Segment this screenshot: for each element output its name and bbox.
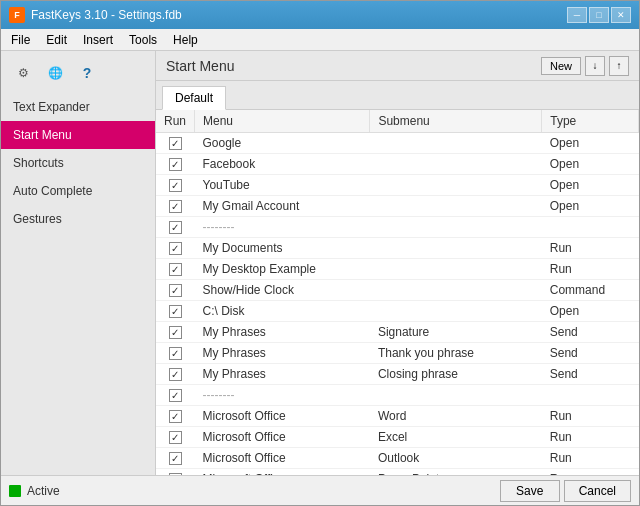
menu-bar: File Edit Insert Tools Help [1,29,639,51]
row-type: Open [542,196,639,217]
table-row: YouTube Open [156,175,639,196]
row-checkbox-cell[interactable] [156,259,195,280]
active-indicator [9,485,21,497]
cancel-button[interactable]: Cancel [564,480,631,502]
row-checkbox[interactable] [169,242,182,255]
row-menu: My Documents [195,238,370,259]
row-menu: -------- [195,385,370,406]
row-checkbox[interactable] [169,137,182,150]
row-submenu: Word [370,406,542,427]
content-title: Start Menu [166,58,234,74]
close-button[interactable]: ✕ [611,7,631,23]
row-checkbox-cell[interactable] [156,175,195,196]
row-submenu [370,217,542,238]
row-menu: -------- [195,217,370,238]
tab-default[interactable]: Default [162,86,226,110]
menu-edit[interactable]: Edit [40,31,73,49]
row-checkbox-cell[interactable] [156,385,195,406]
minimize-button[interactable]: ─ [567,7,587,23]
row-submenu [370,238,542,259]
row-checkbox[interactable] [169,158,182,171]
table-row: C:\ Disk Open [156,301,639,322]
row-checkbox[interactable] [169,389,182,402]
row-checkbox-cell[interactable] [156,427,195,448]
move-up-button[interactable]: ↑ [609,56,629,76]
row-type: Open [542,175,639,196]
row-checkbox[interactable] [169,452,182,465]
row-checkbox-cell[interactable] [156,238,195,259]
table-row: My Gmail Account Open [156,196,639,217]
row-checkbox[interactable] [169,221,182,234]
row-checkbox-cell[interactable] [156,406,195,427]
title-bar: F FastKeys 3.10 - Settings.fdb ─ □ ✕ [1,1,639,29]
row-checkbox-cell[interactable] [156,196,195,217]
sidebar-item-text-expander[interactable]: Text Expander [1,93,155,121]
table-row: My Phrases Signature Send [156,322,639,343]
row-checkbox-cell[interactable] [156,280,195,301]
window-title: FastKeys 3.10 - Settings.fdb [31,8,182,22]
row-type: Open [542,301,639,322]
row-checkbox[interactable] [169,179,182,192]
new-button[interactable]: New [541,57,581,75]
sidebar-item-auto-complete[interactable]: Auto Complete [1,177,155,205]
table-row: -------- [156,385,639,406]
row-menu: Microsoft Office [195,427,370,448]
main-window: F FastKeys 3.10 - Settings.fdb ─ □ ✕ Fil… [0,0,640,506]
table-row: Google Open [156,133,639,154]
row-type: Send [542,364,639,385]
menu-file[interactable]: File [5,31,36,49]
row-submenu [370,196,542,217]
tab-bar: Default [156,81,639,110]
gear-icon[interactable]: ⚙ [11,61,35,85]
table-row: Microsoft Office Excel Run [156,427,639,448]
content-header: Start Menu New ↓ ↑ [156,51,639,81]
row-checkbox[interactable] [169,431,182,444]
row-submenu [370,133,542,154]
sidebar-item-shortcuts[interactable]: Shortcuts [1,149,155,177]
content-panel: Start Menu New ↓ ↑ Default Run Menu [156,51,639,475]
table-row: Show/Hide Clock Command [156,280,639,301]
row-menu: Google [195,133,370,154]
row-type: Open [542,133,639,154]
row-checkbox[interactable] [169,326,182,339]
row-checkbox-cell[interactable] [156,133,195,154]
row-checkbox[interactable] [169,347,182,360]
table-container[interactable]: Run Menu Submenu Type Google Open [156,110,639,475]
row-type: Command [542,280,639,301]
row-checkbox-cell[interactable] [156,322,195,343]
sidebar-item-start-menu[interactable]: Start Menu [1,121,155,149]
row-checkbox-cell[interactable] [156,448,195,469]
row-menu: Microsoft Office [195,406,370,427]
menu-insert[interactable]: Insert [77,31,119,49]
row-submenu [370,154,542,175]
row-checkbox[interactable] [169,410,182,423]
table-row: Microsoft Office Outlook Run [156,448,639,469]
row-menu: My Phrases [195,322,370,343]
row-checkbox-cell[interactable] [156,217,195,238]
row-type: Run [542,448,639,469]
row-submenu: Outlook [370,448,542,469]
row-checkbox-cell[interactable] [156,343,195,364]
row-checkbox[interactable] [169,368,182,381]
row-submenu [370,301,542,322]
row-checkbox[interactable] [169,263,182,276]
sidebar-item-gestures[interactable]: Gestures [1,205,155,233]
row-checkbox-cell[interactable] [156,154,195,175]
help-icon[interactable]: ? [75,61,99,85]
row-checkbox[interactable] [169,200,182,213]
table-row: My Phrases Closing phrase Send [156,364,639,385]
row-checkbox-cell[interactable] [156,364,195,385]
row-checkbox[interactable] [169,284,182,297]
row-menu: My Phrases [195,364,370,385]
menu-help[interactable]: Help [167,31,204,49]
row-checkbox[interactable] [169,305,182,318]
move-down-button[interactable]: ↓ [585,56,605,76]
app-icon: F [9,7,25,23]
row-checkbox-cell[interactable] [156,301,195,322]
menu-tools[interactable]: Tools [123,31,163,49]
table-row: My Desktop Example Run [156,259,639,280]
table-header-row: Run Menu Submenu Type [156,110,639,133]
globe-icon[interactable]: 🌐 [43,61,67,85]
save-button[interactable]: Save [500,480,560,502]
maximize-button[interactable]: □ [589,7,609,23]
